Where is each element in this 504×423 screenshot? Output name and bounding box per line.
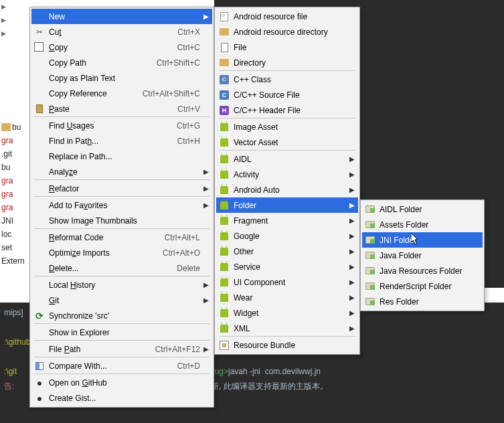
submenu-arrow-icon: ▶ bbox=[349, 201, 355, 209]
menu-item-git[interactable]: Git▶ bbox=[31, 292, 212, 308]
menu-item-google[interactable]: Google▶ bbox=[216, 228, 358, 244]
menu-item-label: Vector Asset bbox=[234, 138, 342, 147]
menu-item-filepath[interactable]: File PathCtrl+Alt+F12▶ bbox=[31, 341, 212, 357]
menu-item-shortcut: Ctrl+X bbox=[177, 27, 200, 37]
menu-item-label: Git bbox=[49, 296, 200, 305]
menu-item-cut[interactable]: CutCtrl+X bbox=[31, 24, 212, 39]
menu-item-thumbs[interactable]: Show Image Thumbnails bbox=[31, 213, 212, 228]
submenu-arrow-icon: ▶ bbox=[203, 201, 209, 209]
menu-item-csrc[interactable]: CC/C++ Source File bbox=[216, 87, 358, 102]
menu-item-folder[interactable]: Folder▶ bbox=[216, 197, 358, 213]
menu-item-label: Image Asset bbox=[234, 122, 342, 132]
menu-item-label: Compare With... bbox=[49, 361, 160, 371]
menu-item-shortcut: Ctrl+V bbox=[177, 104, 200, 114]
menu-item-cppclass[interactable]: CC++ Class bbox=[216, 72, 358, 87]
menu-item-findusages[interactable]: Find UsagesCtrl+G bbox=[31, 118, 212, 133]
menu-item-refactor[interactable]: Refactor▶ bbox=[31, 181, 212, 196]
menu-item-dir[interactable]: Directory bbox=[216, 55, 358, 70]
menu-item-optimports[interactable]: Optimize ImportsCtrl+Alt+O bbox=[31, 245, 212, 260]
menu-item-wear[interactable]: Wear▶ bbox=[216, 290, 358, 305]
menu-item-activity[interactable]: Activity▶ bbox=[216, 167, 358, 182]
copy-icon bbox=[34, 42, 45, 53]
menu-item-explorer[interactable]: Show in Explorer bbox=[31, 325, 212, 340]
context-menu[interactable]: New▶CutCtrl+XCopyCtrl+CCopy PathCtrl+Shi… bbox=[29, 7, 214, 408]
menu-item-shortcut: Ctrl+Shift+C bbox=[157, 58, 200, 68]
submenu-folder[interactable]: AIDL FolderAssets FolderJNI FolderJava F… bbox=[360, 199, 485, 311]
menu-item-widget[interactable]: Widget▶ bbox=[216, 305, 358, 321]
menu-item-label: XML bbox=[234, 324, 342, 333]
menu-item-label: Open on GitHub bbox=[49, 378, 200, 388]
menu-item-assetsfolder[interactable]: Assets Folder bbox=[362, 217, 483, 232]
menu-item-replaceinpath[interactable]: Replace in Path... bbox=[31, 149, 212, 164]
menu-item-jresfolder[interactable]: Java Resources Folder bbox=[362, 263, 483, 278]
menu-item-label: Find in Path... bbox=[49, 137, 160, 146]
tree-item-label: gra bbox=[1, 176, 13, 185]
menu-item-resbundle[interactable]: Resource Bundle bbox=[216, 337, 358, 353]
menu-item-compare[interactable]: Compare With...Ctrl+D bbox=[31, 358, 212, 373]
submenu-arrow-icon: ▶ bbox=[349, 309, 355, 317]
menu-item-label: Folder bbox=[234, 201, 342, 210]
menu-item-aidlfolder[interactable]: AIDL Folder bbox=[362, 201, 483, 217]
menu-item-xmlitem[interactable]: XML▶ bbox=[216, 321, 358, 336]
submenu-arrow-icon: ▶ bbox=[203, 297, 209, 304]
menu-item-label: C/C++ Header File bbox=[234, 106, 342, 115]
menu-item-gist[interactable]: Create Gist... bbox=[31, 390, 212, 406]
menu-item-resfolder[interactable]: Res Folder bbox=[362, 294, 483, 309]
submenu-arrow-icon: ▶ bbox=[349, 263, 355, 270]
jfolder-icon bbox=[365, 204, 375, 215]
menu-item-opengh[interactable]: Open on GitHub bbox=[31, 375, 212, 390]
menu-item-copypath[interactable]: Copy PathCtrl+Shift+C bbox=[31, 55, 212, 70]
menu-item-addfav[interactable]: Add to Favorites▶ bbox=[31, 197, 212, 213]
menu-item-label: Directory bbox=[234, 58, 342, 68]
menu-item-shortcut: Ctrl+Alt+F12 bbox=[155, 345, 200, 354]
menu-item-new[interactable]: New▶ bbox=[31, 9, 212, 24]
jfolder-icon bbox=[365, 220, 375, 230]
menu-item-label: Wear bbox=[234, 293, 342, 303]
menu-item-copyplain[interactable]: Copy as Plain Text bbox=[31, 70, 212, 86]
menu-item-jnifolder[interactable]: JNI Folder bbox=[362, 232, 483, 248]
menu-item-copy[interactable]: CopyCtrl+C bbox=[31, 39, 212, 55]
menu-item-label: Java Folder bbox=[380, 251, 467, 260]
android-icon bbox=[219, 185, 230, 195]
menu-item-service[interactable]: Service▶ bbox=[216, 259, 358, 274]
menu-item-fragment[interactable]: Fragment▶ bbox=[216, 213, 358, 228]
android-icon bbox=[219, 292, 230, 303]
c-icon: C bbox=[219, 90, 230, 100]
menu-item-reformat[interactable]: Reformat CodeCtrl+Alt+L bbox=[31, 230, 212, 245]
menu-item-aresdir[interactable]: Android resource directory bbox=[216, 24, 358, 39]
menu-item-delete[interactable]: Delete...Delete bbox=[31, 260, 212, 276]
submenu-arrow-icon: ▶ bbox=[349, 217, 355, 224]
menu-item-aauto[interactable]: Android Auto▶ bbox=[216, 182, 358, 197]
menu-item-findinpath[interactable]: Find in Path...Ctrl+H bbox=[31, 133, 212, 149]
submenu-arrow-icon: ▶ bbox=[349, 186, 355, 193]
menu-item-file[interactable]: File bbox=[216, 39, 358, 55]
project-tree[interactable]: ▶ ▶ ▶ bu gra .git bu gra gra gra JNI loc… bbox=[0, 0, 30, 288]
menu-item-label: File bbox=[234, 43, 342, 52]
android-icon bbox=[219, 277, 230, 288]
menu-item-analyze[interactable]: Analyze▶ bbox=[31, 164, 212, 179]
menu-item-label: Android Auto bbox=[234, 185, 342, 195]
menu-item-rsfolder[interactable]: RenderScript Folder bbox=[362, 278, 483, 294]
menu-item-other[interactable]: Other▶ bbox=[216, 244, 358, 259]
menu-item-shortcut: Ctrl+Alt+L bbox=[165, 233, 200, 242]
menu-item-aresfile[interactable]: Android resource file bbox=[216, 9, 358, 24]
menu-item-label: Cut bbox=[49, 27, 160, 37]
menu-item-aidl[interactable]: AIDL▶ bbox=[216, 151, 358, 167]
menu-item-vecasset[interactable]: Vector Asset bbox=[216, 135, 358, 150]
menu-item-localhist[interactable]: Local History▶ bbox=[31, 277, 212, 292]
menu-item-chdr[interactable]: HC/C++ Header File bbox=[216, 102, 358, 118]
menu-item-paste[interactable]: PasteCtrl+V bbox=[31, 101, 212, 116]
menu-item-shortcut: Ctrl+H bbox=[177, 137, 200, 146]
menu-item-label: AIDL Folder bbox=[380, 205, 467, 214]
menu-item-uicomp[interactable]: UI Component▶ bbox=[216, 274, 358, 290]
menu-item-sync[interactable]: Synchronize 'src' bbox=[31, 308, 212, 323]
menu-item-copyref[interactable]: Copy ReferenceCtrl+Alt+Shift+C bbox=[31, 86, 212, 101]
menu-item-label: Copy as Plain Text bbox=[49, 74, 200, 83]
submenu-new[interactable]: Android resource fileAndroid resource di… bbox=[214, 7, 360, 355]
menu-item-javafolder[interactable]: Java Folder bbox=[362, 248, 483, 263]
submenu-arrow-icon: ▶ bbox=[349, 248, 355, 255]
menu-item-shortcut: Ctrl+G bbox=[177, 121, 200, 131]
jfolder-icon bbox=[365, 250, 375, 261]
submenu-arrow-icon: ▶ bbox=[349, 278, 355, 286]
menu-item-imgasset[interactable]: Image Asset bbox=[216, 119, 358, 135]
